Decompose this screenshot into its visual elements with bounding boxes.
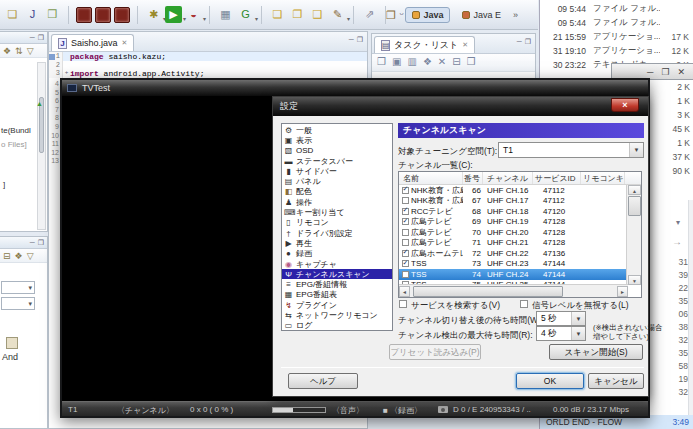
toolbar-icon[interactable]: ❑ <box>309 6 326 23</box>
channel-checkbox[interactable]: ✓ <box>399 187 411 194</box>
channel-checkbox[interactable]: ✓ <box>399 260 411 267</box>
settings-nav-item[interactable]: ▣ 表示 <box>282 135 392 145</box>
tasklist-toolbar-icon[interactable]: ❖ <box>423 56 432 69</box>
tasklist-toolbar-icon[interactable]: ❐ <box>377 56 386 69</box>
settings-titlebar[interactable]: 設定 <box>273 97 648 116</box>
tab-close-icon[interactable]: ✕ <box>122 39 128 47</box>
file-row[interactable]: 09 5:44 ファイル フォル... <box>540 2 693 16</box>
minimize-icon[interactable]: ─ <box>30 33 35 42</box>
settings-nav-item[interactable]: ▭ ログ <box>282 321 392 331</box>
close-icon[interactable]: ✕ <box>677 67 685 77</box>
perspective-java[interactable]: Java <box>405 7 450 23</box>
settings-nav-item[interactable]: ▶ 再生 <box>282 238 392 248</box>
table-vscrollbar[interactable]: ▲ ▼ <box>626 185 641 285</box>
editor-tab-saisho[interactable]: J Saisho.java ✕ <box>51 34 134 51</box>
properties-dropdown[interactable]: ▾ <box>1 297 35 310</box>
table-row[interactable]: ✓ NHK教育・広島 67 UHF CH.17 47112 <box>399 196 628 207</box>
panel-toolbar-icon[interactable]: ⊟ <box>3 250 11 261</box>
panel-toolbar-icon[interactable]: ❖ <box>3 45 11 56</box>
panel-scrollbar[interactable] <box>37 62 46 230</box>
fold-icon[interactable]: + <box>63 69 70 78</box>
scrollbar-thumb[interactable] <box>413 286 563 297</box>
ignore-signal-checkbox[interactable] <box>520 300 528 308</box>
col-channel[interactable]: チャンネル <box>483 172 533 184</box>
toolbar-icon[interactable]: J <box>24 6 41 23</box>
settings-nav-item[interactable]: ⇆ ネットワークリモコン <box>282 310 392 320</box>
toolbar-icon[interactable]: ▶ <box>165 6 182 23</box>
toolbar-icon[interactable] <box>76 7 92 23</box>
col-name[interactable]: 名前 <box>399 172 463 184</box>
tasklist-toolbar-icon[interactable]: ❒ <box>467 56 476 69</box>
settings-nav-item[interactable]: ● 録画 <box>282 249 392 259</box>
volume-slider[interactable] <box>272 407 326 413</box>
scroll-down-icon[interactable]: ▼ <box>628 275 641 285</box>
signal-status[interactable]: 0.00 dB / 23.17 Mbps <box>553 405 629 414</box>
toolbar-icon[interactable]: ✎ <box>329 6 346 23</box>
settings-nav-item[interactable]: ▯ リモコン <box>282 218 392 228</box>
settings-nav-item[interactable]: ▦ EPG番組表 <box>282 290 392 300</box>
panel-toolbar-icon[interactable]: ▽ <box>27 45 34 56</box>
toolbar-icon[interactable] <box>209 6 210 24</box>
panel-toolbar-icon[interactable]: ▽ <box>27 250 34 261</box>
table-row[interactable]: ✓ NHK教育・広島 66 UHF CH.16 47112 <box>399 185 628 196</box>
col-service-id[interactable]: サービスID <box>533 172 581 184</box>
toolbar-icon[interactable] <box>353 6 354 24</box>
ok-button[interactable]: OK <box>516 373 584 389</box>
table-row[interactable]: ✓ TSS 73 UHF CH.23 47144 <box>399 259 628 270</box>
tasklist-toolbar-icon[interactable]: ✕ <box>438 56 446 69</box>
scroll-up-icon[interactable]: ▲ <box>628 185 641 195</box>
panel-toolbar-icon[interactable]: ⇅ <box>15 45 23 56</box>
cancel-button[interactable]: キャンセル <box>588 373 644 389</box>
close-button[interactable]: × <box>611 98 639 112</box>
toolbar-icon[interactable]: ▦ <box>217 6 234 23</box>
channel-checkbox[interactable]: ✓ <box>399 271 411 278</box>
video-size-status[interactable]: 0 x 0 ( 0 % ) <box>190 405 233 414</box>
table-row[interactable]: ✓ 広島テレビ 70 UHF CH.20 47128 <box>399 227 628 238</box>
settings-nav-item[interactable]: ▮ サイドバー <box>282 166 392 176</box>
table-row[interactable]: ✓ 広島ホームテレビ 72 UHF CH.22 47136 <box>399 248 628 259</box>
table-row[interactable]: ✓ RCCテレビ 68 UHF CH.18 47120 <box>399 206 628 217</box>
maximize-icon[interactable]: ❐ <box>661 67 669 77</box>
tab-close-icon[interactable]: ✕ <box>462 41 468 49</box>
scrollbar-thumb[interactable] <box>628 196 641 216</box>
channel-checkbox[interactable]: ✓ <box>399 229 411 236</box>
maximize-icon[interactable]: ❐ <box>38 238 44 247</box>
minimize-icon[interactable]: ─ <box>349 35 354 51</box>
toolbar-icon[interactable]: G <box>237 6 254 23</box>
capture-icon[interactable] <box>438 406 448 413</box>
wait-time-select[interactable]: 5 秒 ▼ <box>536 311 586 326</box>
scan-start-button[interactable]: スキャン開始(S) <box>549 344 643 360</box>
detect-time-select[interactable]: 4 秒 ▼ <box>536 326 586 341</box>
properties-dropdown[interactable]: ▾ <box>1 281 35 294</box>
explorer-scrollbar[interactable] <box>688 200 693 415</box>
channel-status[interactable]: 〈チャンネル〉 <box>117 405 174 416</box>
toolbar-icon[interactable]: ✱ <box>145 6 162 23</box>
maximize-icon[interactable]: ❐ <box>525 37 531 53</box>
file-row[interactable]: 31 19:10 アプリケーショ... 12 K <box>540 44 693 58</box>
toolbar-icon[interactable] <box>68 6 69 24</box>
tasklist-toolbar-icon[interactable]: ▥ <box>407 56 416 69</box>
settings-nav-item[interactable]: ◉ キャプチャ <box>282 259 392 269</box>
minimize-icon[interactable]: ─ <box>517 37 522 53</box>
tuning-space-select[interactable]: T1 ▼ <box>498 142 644 158</box>
minimize-icon[interactable]: ─ <box>647 67 653 77</box>
channel-checkbox[interactable]: ✓ <box>399 218 411 225</box>
tuner-status[interactable]: T1 <box>68 405 77 414</box>
open-perspective-icon[interactable]: ❐ <box>382 7 399 24</box>
maximize-icon[interactable]: ❐ <box>357 35 363 51</box>
preset-load-button[interactable]: プリセット読み込み(P) <box>389 344 481 360</box>
channel-checkbox[interactable]: ✓ <box>399 250 411 257</box>
dropdown-icon[interactable]: ▾ <box>676 218 680 227</box>
channel-checkbox[interactable]: ✓ <box>399 208 411 215</box>
settings-nav-item[interactable]: ≡ EPG/番組情報 <box>282 279 392 289</box>
table-hscrollbar[interactable]: ◄ ► <box>399 284 628 297</box>
toolbar-icon[interactable] <box>261 6 262 24</box>
scroll-left-icon[interactable]: ◄ <box>399 286 410 297</box>
tasklist-toolbar-icon[interactable]: ▣ <box>392 56 401 69</box>
col-number[interactable]: 番号 <box>463 172 483 184</box>
settings-nav-item[interactable]: ▤ パネル <box>282 176 392 186</box>
code-area[interactable]: 1 package saisho.kazu; 2 3 + import andr… <box>49 52 367 78</box>
table-row[interactable]: ✓ 広島テレビ 71 UHF CH.21 47128 <box>399 238 628 249</box>
table-row[interactable]: ✓ 広島テレビ 69 UHF CH.19 47128 <box>399 217 628 228</box>
toolbar-icon[interactable]: ◒ <box>185 6 202 23</box>
